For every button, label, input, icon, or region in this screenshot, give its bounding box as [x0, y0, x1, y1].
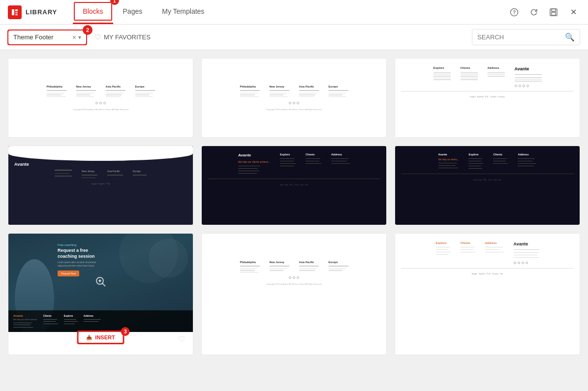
- close-button[interactable]: ✕: [566, 5, 580, 19]
- search-area: 🔍: [472, 29, 580, 45]
- templates-grid: Philadelphia New Jersey: [8, 58, 580, 355]
- elementor-logo: [8, 5, 22, 19]
- toolbar: Theme Footer × ▾ 2 ♡ MY FAVORITES 🔍: [0, 25, 588, 50]
- template-card-5[interactable]: Avante We help our clients achieve... Ex…: [201, 146, 387, 225]
- template-card-8[interactable]: Philadelphia New Jersey: [201, 233, 387, 355]
- card-preview-7: Free coaching Request a freecoaching ses…: [8, 234, 193, 332]
- filter-dropdown-wrapper: Theme Footer × ▾ 2: [8, 30, 87, 45]
- card-preview-6: Avante We help our clients... Explore: [395, 146, 580, 225]
- svg-rect-8: [552, 12, 556, 15]
- filter-clear-button[interactable]: ×: [72, 33, 76, 41]
- card-preview-4: Avante New Jersey: [8, 146, 193, 225]
- card-preview-1: Philadelphia New Jersey: [8, 59, 193, 137]
- save-button[interactable]: [547, 5, 560, 19]
- template-card-4[interactable]: Avante New Jersey: [8, 146, 193, 225]
- svg-rect-3: [15, 14, 18, 15]
- heart-icon: ♡: [94, 33, 101, 42]
- tab-my-templates[interactable]: My Templates: [152, 0, 214, 24]
- filter-dropdown[interactable]: Theme Footer × ▾: [8, 30, 87, 45]
- logo: LIBRARY: [8, 5, 57, 19]
- card-preview-5: Avante We help our clients achieve... Ex…: [202, 146, 386, 225]
- card-preview-2: Philadelphia New Jersey: [202, 59, 386, 137]
- template-card-9[interactable]: Explore Clients: [395, 233, 580, 355]
- template-card-2[interactable]: Philadelphia New Jersey: [201, 58, 387, 138]
- svg-line-10: [102, 283, 105, 286]
- header: LIBRARY Blocks 1 Pages My Templates ?: [0, 0, 588, 25]
- tab-pages[interactable]: Pages: [113, 0, 153, 24]
- favorites-button[interactable]: ♡ MY FAVORITES: [94, 33, 151, 42]
- card-preview-3: Explore Clients: [395, 59, 580, 137]
- card-preview-8: Philadelphia New Jersey: [202, 234, 386, 312]
- filter-badge: 2: [83, 25, 93, 35]
- insert-label: INSERT: [95, 334, 115, 340]
- insert-badge: 3: [121, 327, 130, 336]
- insert-button[interactable]: 📥 INSERT 3: [77, 331, 124, 344]
- svg-rect-7: [552, 9, 556, 11]
- tab-blocks[interactable]: Blocks 1: [73, 0, 113, 24]
- filter-value: Theme Footer: [13, 33, 72, 41]
- svg-rect-1: [15, 9, 18, 11]
- filter-arrow-icon: ▾: [78, 34, 81, 41]
- search-icon[interactable]: 🔍: [565, 32, 575, 42]
- app-title: LIBRARY: [26, 8, 57, 16]
- template-card-1[interactable]: Philadelphia New Jersey: [8, 58, 193, 138]
- refresh-button[interactable]: [527, 5, 541, 19]
- svg-rect-0: [12, 9, 14, 15]
- card-7-favorite[interactable]: ♡: [178, 334, 185, 344]
- svg-rect-2: [15, 12, 18, 13]
- help-button[interactable]: ?: [507, 5, 521, 19]
- template-card-3[interactable]: Explore Clients: [395, 58, 580, 138]
- template-card-6[interactable]: Avante We help our clients... Explore: [395, 146, 580, 225]
- nav-tabs: Blocks 1 Pages My Templates: [73, 0, 507, 24]
- card-preview-9: Explore Clients: [395, 234, 580, 312]
- template-card-7[interactable]: Free coaching Request a freecoaching ses…: [8, 233, 193, 355]
- svg-text:?: ?: [513, 10, 516, 15]
- search-input[interactable]: [477, 33, 565, 41]
- content-area: Philadelphia New Jersey: [0, 50, 588, 391]
- favorites-label: MY FAVORITES: [104, 33, 151, 41]
- header-actions: ? ✕: [507, 5, 580, 19]
